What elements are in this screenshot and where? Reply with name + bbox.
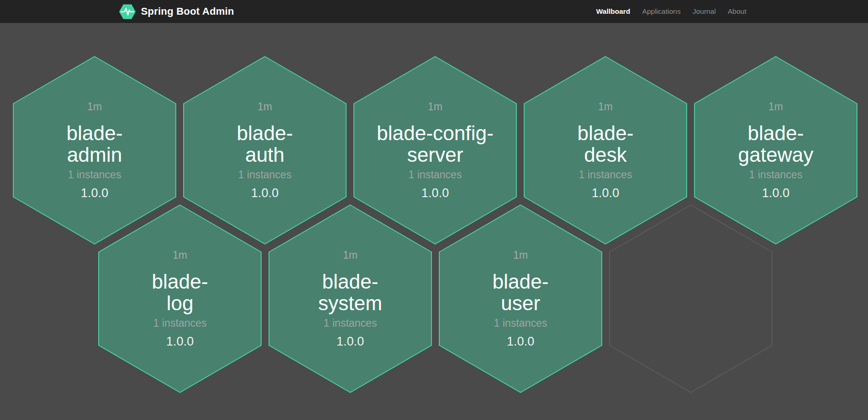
app-uptime: 1m bbox=[173, 249, 187, 261]
app-name: blade- log bbox=[152, 271, 208, 314]
nav-item-about[interactable]: About bbox=[728, 7, 746, 16]
app-uptime: 1m bbox=[598, 100, 613, 113]
nav-item-applications[interactable]: Applications bbox=[642, 7, 681, 16]
app-uptime: 1m bbox=[768, 100, 783, 113]
app-hexagon[interactable]: 1mblade- system1 instances1.0.0 bbox=[269, 204, 432, 393]
app-name: blade- gateway bbox=[738, 122, 813, 165]
app-instances: 1 instances bbox=[494, 317, 547, 329]
app-uptime: 1m bbox=[343, 249, 358, 261]
app-instances: 1 instances bbox=[749, 168, 802, 181]
app-title: Spring Boot Admin bbox=[141, 6, 234, 17]
app-hexagon[interactable]: 1mblade- log1 instances1.0.0 bbox=[98, 204, 262, 393]
app-version: 1.0.0 bbox=[421, 187, 449, 199]
hexagon-pulse-icon bbox=[119, 4, 136, 19]
app-hexagon[interactable]: 1mblade- user1 instances1.0.0 bbox=[439, 204, 602, 393]
main-nav: Wallboard Applications Journal About bbox=[596, 0, 746, 23]
app-name: blade- desk bbox=[577, 122, 633, 165]
wallboard: 1mblade- admin1 instances1.0.01mblade- a… bbox=[0, 23, 868, 420]
app-name: blade-config- server bbox=[377, 122, 493, 165]
app-name: blade- admin bbox=[67, 122, 123, 165]
top-bar: Spring Boot Admin Wallboard Applications… bbox=[0, 0, 868, 23]
app-uptime: 1m bbox=[428, 100, 442, 113]
app-instances: 1 instances bbox=[324, 317, 377, 329]
app-version: 1.0.0 bbox=[251, 187, 279, 199]
hexagon-shape-icon bbox=[609, 204, 773, 393]
app-instances: 1 instances bbox=[238, 168, 291, 181]
spring-boot-admin-window: Spring Boot Admin Wallboard Applications… bbox=[0, 0, 868, 420]
app-hexagon-content: 1mblade- user1 instances1.0.0 bbox=[439, 204, 602, 393]
app-instances: 1 instances bbox=[68, 168, 121, 181]
app-instances: 1 instances bbox=[409, 168, 462, 181]
app-version: 1.0.0 bbox=[336, 335, 364, 348]
app-name: blade- user bbox=[493, 271, 549, 314]
app-uptime: 1m bbox=[87, 100, 102, 113]
nav-item-journal[interactable]: Journal bbox=[693, 7, 716, 16]
app-uptime: 1m bbox=[258, 100, 272, 113]
app-instances: 1 instances bbox=[153, 317, 207, 329]
nav-item-wallboard[interactable]: Wallboard bbox=[596, 7, 630, 16]
empty-hexagon bbox=[609, 204, 773, 393]
app-instances: 1 instances bbox=[579, 168, 632, 181]
app-version: 1.0.0 bbox=[592, 187, 619, 199]
app-version: 1.0.0 bbox=[166, 335, 194, 348]
app-version: 1.0.0 bbox=[762, 187, 790, 199]
brand-link[interactable]: Spring Boot Admin bbox=[119, 0, 234, 23]
app-name: blade- system bbox=[318, 271, 382, 314]
app-hexagon-content: 1mblade- log1 instances1.0.0 bbox=[98, 204, 262, 393]
app-version: 1.0.0 bbox=[507, 335, 534, 348]
app-name: blade- auth bbox=[237, 122, 293, 165]
app-version: 1.0.0 bbox=[81, 187, 108, 199]
app-hexagon-content: 1mblade- system1 instances1.0.0 bbox=[269, 204, 432, 393]
app-uptime: 1m bbox=[513, 249, 528, 261]
